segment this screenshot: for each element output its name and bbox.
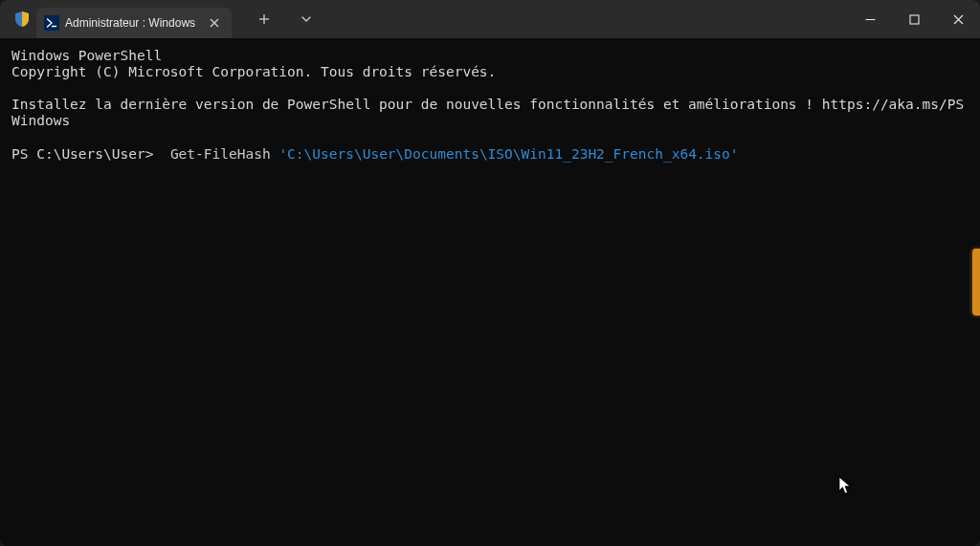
banner-line-1: Windows PowerShell [11, 48, 162, 63]
terminal-window: Administrateur : Windows Po [0, 0, 980, 546]
close-icon [210, 18, 219, 28]
chevron-down-icon [301, 13, 312, 25]
command-argument: 'C:\Users\User\Documents\ISO\Win11_23H2_… [278, 146, 738, 162]
tab-title: Administrateur : Windows Po [65, 16, 199, 30]
admin-shield-icon [13, 11, 31, 28]
maximize-button[interactable] [892, 0, 936, 38]
close-window-button[interactable] [936, 0, 980, 38]
minimize-button[interactable] [848, 0, 892, 38]
minimize-icon [865, 14, 876, 25]
new-tab-button[interactable] [251, 6, 278, 33]
tab-powershell[interactable]: Administrateur : Windows Po [36, 8, 232, 38]
svg-rect-7 [910, 15, 919, 24]
window-controls [848, 0, 980, 38]
plus-icon [258, 13, 270, 25]
command: Get-FileHash [170, 146, 271, 162]
scrollbar-indicator[interactable] [972, 249, 980, 316]
maximize-icon [909, 14, 920, 25]
tab-close-button[interactable] [205, 13, 224, 33]
tab-actions [251, 6, 320, 33]
terminal-output[interactable]: Windows PowerShell Copyright (C) Microso… [0, 38, 980, 546]
banner-line-2: Copyright (C) Microsoft Corporation. Tou… [11, 64, 496, 79]
tab-dropdown-button[interactable] [293, 6, 320, 33]
titlebar: Administrateur : Windows Po [0, 0, 980, 38]
close-icon [953, 14, 964, 25]
powershell-icon [44, 15, 59, 31]
install-message: Installez la dernière version de PowerSh… [11, 97, 964, 128]
prompt: PS C:\Users\User> [11, 146, 162, 162]
